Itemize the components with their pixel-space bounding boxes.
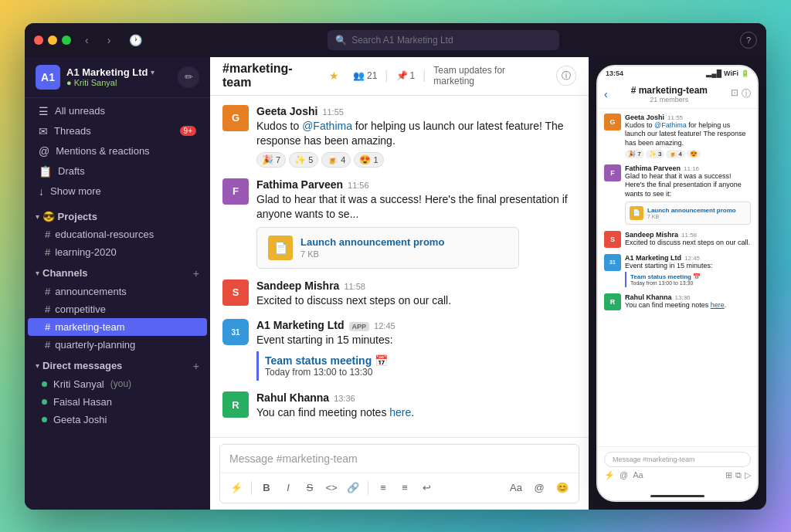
phone-file-info: Launch announcement promo 7 KB — [647, 207, 736, 219]
sidebar-item-competitive[interactable]: # competitive — [28, 300, 207, 318]
help-button[interactable]: ? — [740, 32, 757, 49]
phone-back-button[interactable]: ‹ — [604, 88, 608, 100]
phone-send-button[interactable]: ▷ — [745, 470, 751, 480]
online-indicator — [42, 417, 47, 422]
maximize-button[interactable] — [62, 36, 71, 45]
phone-reaction[interactable]: ✨ 3 — [646, 150, 665, 158]
link-button[interactable]: 🔗 — [343, 478, 363, 498]
history-button[interactable]: 🕐 — [124, 31, 147, 49]
close-button[interactable] — [34, 36, 43, 45]
lightning-button[interactable]: ⚡ — [226, 478, 246, 498]
phone-avatar: S — [604, 231, 621, 248]
phone-copy-button[interactable]: ⧉ — [735, 470, 742, 480]
file-name: Launch announcement promo — [300, 236, 444, 248]
channel-name-label: quarterly-planning — [55, 339, 135, 351]
sidebar-item-threads[interactable]: ✉ Threads 9+ — [28, 121, 207, 141]
mention-button[interactable]: @ — [529, 478, 549, 498]
workspace-name[interactable]: A1 Marketing Ltd — [66, 66, 148, 78]
code-button[interactable]: <> — [321, 478, 341, 498]
italic-button[interactable]: I — [278, 478, 298, 498]
bold-button[interactable]: B — [256, 478, 277, 498]
phone-reaction[interactable]: 🍺 4 — [666, 150, 685, 158]
info-button[interactable]: ⓘ — [556, 66, 576, 86]
file-attachment[interactable]: 📄 Launch announcement promo 7 KB — [256, 227, 519, 269]
dm-item-kriti[interactable]: Kriti Sanyal (you) — [25, 375, 210, 393]
message-text: Glad to hear that it was a success! Here… — [256, 192, 576, 222]
phone-meeting-notes-link[interactable]: here — [711, 301, 725, 309]
phone-channel-info: # marketing-team 21 members — [631, 85, 708, 103]
phone-message-header: Fathima Parveen 11:16 — [625, 164, 751, 172]
search-input[interactable] — [351, 35, 552, 46]
phone-reactions: 🎉 7 ✨ 3 🍺 4 😍 — [625, 150, 751, 158]
sidebar-item-announcements[interactable]: # announcements — [28, 283, 207, 300]
phone-file-icon: 📄 — [630, 206, 643, 220]
file-info: Launch announcement promo 7 KB — [300, 236, 444, 259]
projects-section-header[interactable]: ▾ 😎 Projects — [25, 205, 210, 225]
phone-lightning-button[interactable]: ⚡ — [604, 470, 615, 480]
undo-button[interactable]: ↩ — [416, 478, 436, 498]
message-header: A1 Marketing Ltd APP 12:45 — [256, 319, 576, 331]
compose-button[interactable]: ✏ — [178, 66, 199, 88]
reaction-item[interactable]: 😍1 — [354, 152, 383, 168]
messages-area[interactable]: G Geeta Joshi 11:55 Kudos to @Fathima fo… — [210, 96, 589, 437]
phone-message-author: Fathima Parveen — [625, 164, 681, 172]
phone-input-box[interactable]: Message #marketing-team — [604, 452, 751, 467]
emoji-button[interactable]: 😊 — [552, 478, 572, 498]
sidebar-item-marketing-team[interactable]: # marketing-team — [28, 318, 207, 336]
dm-item-geeta[interactable]: Geeta Joshi — [25, 411, 210, 429]
ordered-list-button[interactable]: ≡ — [395, 478, 415, 498]
strikethrough-button[interactable]: S — [300, 478, 320, 498]
dm-label: Direct messages — [42, 360, 122, 371]
bullet-list-button[interactable]: ≡ — [373, 478, 393, 498]
window-controls — [34, 36, 71, 45]
phone-message-author: Geeta Joshi — [625, 114, 664, 121]
sidebar-item-learning-2020[interactable]: # learning-2020 — [28, 243, 207, 261]
phone-messages[interactable]: G Geeta Joshi 11:55 Kudos to @Fathima fo… — [598, 109, 757, 446]
sidebar-item-quarterly-planning[interactable]: # quarterly-planning — [28, 336, 207, 354]
message-input[interactable] — [220, 445, 579, 473]
forward-button[interactable]: › — [103, 31, 116, 49]
message-row: 31 A1 Marketing Ltd APP 12:45 Event star… — [222, 319, 576, 381]
text-format-button[interactable]: Aa — [506, 478, 526, 498]
sidebar-item-educational-resources[interactable]: # educational-resources — [28, 225, 207, 243]
reaction-item[interactable]: 🍺4 — [321, 152, 351, 168]
phone-message-time: 13:36 — [675, 294, 691, 301]
phone-message-content: Rahul Khanna 13:36 You can find meeting … — [625, 293, 751, 310]
phone-message-text: Event starting in 15 minutes: — [625, 262, 751, 271]
search-bar[interactable]: 🔍 — [328, 30, 559, 50]
phone-video-icon[interactable]: ⊡ — [731, 87, 738, 100]
minimize-button[interactable] — [48, 36, 57, 45]
add-dm-icon[interactable]: + — [193, 360, 199, 372]
phone-avatar: G — [604, 114, 621, 130]
sidebar-item-show-more[interactable]: ↓ Show more — [28, 181, 207, 202]
meeting-notes-link[interactable]: here — [389, 406, 411, 418]
phone-mention-button[interactable]: @ — [620, 470, 628, 479]
reaction-item[interactable]: 🎉7 — [256, 152, 286, 168]
message-header: Fathima Parveen 11:56 — [256, 178, 576, 191]
back-button[interactable]: ‹ — [80, 31, 93, 49]
nav-section: ☰ All unreads ✉ Threads 9+ @ Mentions & … — [25, 98, 210, 205]
toolbar: ⚡ B I S <> 🔗 ≡ ≡ ↩ Aa @ — [220, 473, 579, 503]
online-indicator — [42, 381, 47, 387]
reaction-item[interactable]: ✨5 — [289, 152, 318, 168]
channels-section-header[interactable]: ▾ Channels + — [25, 261, 210, 283]
phone-file-attachment[interactable]: 📄 Launch announcement promo 7 KB — [625, 202, 751, 225]
phone-attach-button[interactable]: ⊞ — [725, 470, 732, 480]
phone-message-header: A1 Marketing Ltd 12:45 — [625, 254, 751, 262]
phone-reaction[interactable]: 😍 — [687, 150, 701, 158]
phone-reaction[interactable]: 🎉 7 — [625, 150, 644, 158]
phone-text-button[interactable]: Aa — [633, 470, 643, 479]
phone-avatar: 31 — [604, 254, 621, 271]
mention[interactable]: @Fathima — [302, 120, 352, 132]
sidebar-item-mentions[interactable]: @ Mentions & reactions — [28, 141, 207, 161]
avatar: G — [222, 105, 249, 131]
sidebar-item-all-unreads[interactable]: ☰ All unreads — [28, 101, 207, 121]
dm-item-faisal[interactable]: Faisal Hasan — [25, 393, 210, 411]
dm-section-header[interactable]: ▾ Direct messages + — [25, 354, 210, 375]
add-channel-icon[interactable]: + — [193, 267, 199, 280]
phone-info-icon[interactable]: ⓘ — [742, 87, 751, 100]
sidebar-item-drafts[interactable]: 📋 Drafts — [28, 161, 207, 181]
star-icon[interactable]: ★ — [329, 69, 339, 82]
workspace-user: ● Kriti Sanyal — [66, 78, 154, 87]
chevron-down-icon: ▾ — [151, 68, 154, 76]
